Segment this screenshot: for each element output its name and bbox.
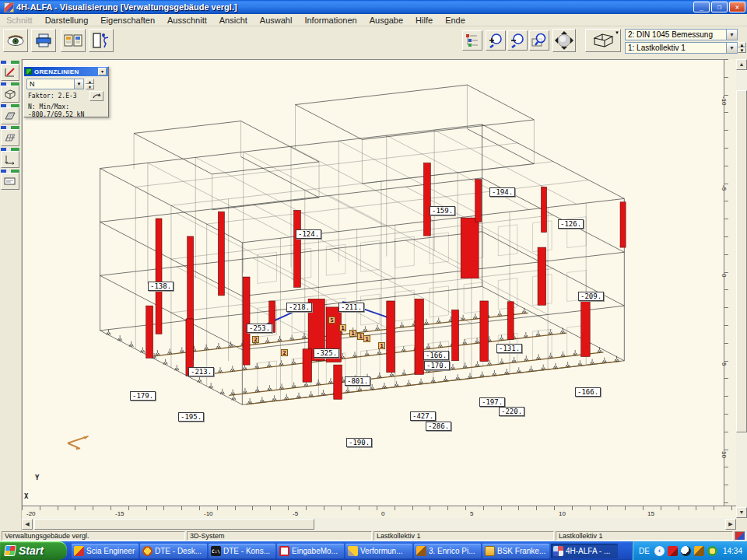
scroll-left-button[interactable]: ◀ — [22, 519, 33, 530]
panel-collapse-button[interactable]: ▾ — [98, 68, 107, 75]
task-label: 3. Enrico Pi... — [429, 547, 475, 555]
vertical-scrollbar[interactable]: ▲ ▼ — [736, 59, 747, 518]
scroll-right-button[interactable]: ▶ — [725, 519, 736, 530]
print-button[interactable] — [31, 29, 56, 52]
verform-icon — [348, 546, 358, 556]
menu-item-hilfe[interactable]: Hilfe — [409, 15, 439, 26]
force-value-label: -427. — [410, 411, 436, 421]
taskbar-task-eingabemo[interactable]: EingabeMo... — [277, 544, 344, 558]
tray-panda-icon[interactable] — [681, 546, 691, 556]
taskbar-task-4h-alfa[interactable]: 4H-ALFA - ... — [551, 544, 618, 558]
result-type-combo[interactable]: N ▼ — [26, 79, 84, 89]
help-manual-button[interactable] — [61, 29, 86, 52]
status-cell: 3D-System — [187, 531, 372, 541]
menu-item-ende[interactable]: Ende — [439, 15, 472, 26]
close-button[interactable]: ✕ — [729, 2, 745, 12]
zoom-in-button[interactable] — [486, 30, 506, 51]
panel-icon — [26, 68, 32, 75]
start-button[interactable]: Start — [0, 541, 67, 560]
language-indicator[interactable]: DE — [639, 547, 650, 555]
exit-button[interactable] — [89, 29, 114, 52]
force-value-label: -209. — [578, 292, 604, 301]
force-value-label: -197. — [479, 397, 505, 407]
tray-app-icon-red[interactable] — [668, 546, 678, 556]
start-label: Start — [19, 544, 44, 557]
edit-axes-button[interactable] — [1, 64, 19, 81]
result-type-spinner[interactable]: ▲▼ — [86, 79, 94, 89]
label-button[interactable] — [1, 173, 19, 190]
taskbar-task-dte-desk[interactable]: DTE - Desk... — [140, 544, 207, 558]
surface-view-button[interactable] — [1, 107, 19, 124]
tree-select-button[interactable] — [462, 30, 482, 51]
view-eye-button[interactable] — [3, 29, 28, 52]
windows-taskbar: Start Scia EngineerDTE - Desk...C:\DTE -… — [0, 541, 747, 560]
menu-item-auswahl[interactable]: Auswahl — [254, 15, 299, 26]
minmax-label: N: Min/Max: — [28, 103, 108, 110]
status-bar: Verwaltungsgebäude vergl.3D-SystemLastko… — [0, 530, 747, 541]
menu-item-darstellung[interactable]: Darstellung — [39, 15, 95, 26]
tray-collapse-icon[interactable]: ‹ — [654, 546, 665, 556]
model-canvas[interactable]: -194.-159.-126.-124.-138.-218.-211.-253.… — [22, 59, 724, 506]
taskbar-task-scia-engineer[interactable]: Scia Engineer — [72, 544, 139, 558]
ruler-tick: 15 — [647, 510, 654, 517]
ruler-tick: 0 — [381, 510, 384, 517]
ruler-tick: 10 — [721, 451, 728, 458]
force-diagram-bar — [620, 202, 626, 247]
3d-model-view — [23, 60, 724, 506]
force-value-label: -195. — [178, 412, 204, 422]
box-3d-icon — [591, 32, 615, 49]
grenzlinien-panel[interactable]: GRENZLINIEN ▾ N ▼ ▲▼ Faktor: 2.E-3 — [23, 66, 109, 117]
menu-item-ausschnitt[interactable]: Ausschnitt — [161, 15, 213, 26]
ruler-tick: -15 — [115, 510, 124, 517]
mesh-view-button[interactable] — [1, 129, 19, 146]
pan-arrows-icon — [554, 30, 574, 51]
solid-view-button[interactable] — [1, 86, 19, 103]
scroll-up-button[interactable]: ▲ — [736, 59, 747, 70]
pan-button[interactable] — [552, 29, 576, 52]
alfa-icon — [553, 546, 563, 556]
taskbar-task-3-enrico-pi[interactable]: 3. Enrico Pi... — [414, 544, 481, 558]
load-collective-combo[interactable]: 1: Lastkollektiv 1 ▼ — [625, 42, 738, 54]
app-icon — [4, 2, 14, 12]
windows-flag-icon — [4, 545, 16, 556]
refresh-factor-button[interactable] — [89, 91, 103, 101]
taskbar-task-bsk-franke[interactable]: BSK Franke... — [482, 544, 549, 558]
taskbar-task-verformun[interactable]: Verformun... — [345, 544, 412, 558]
panel-title: GRENZLINIEN — [34, 68, 98, 75]
force-value-label: -170. — [424, 361, 450, 370]
chevron-down-icon: ▼ — [726, 43, 737, 53]
axis-x-label: X — [24, 492, 28, 500]
status-cell: Lastkollektiv 1 — [374, 531, 554, 541]
force-value-label: -159. — [430, 206, 455, 215]
scroll-down-button[interactable]: ▼ — [736, 507, 747, 518]
title-bar[interactable]: 4H-ALFA - Visualisierung [Verwaltungsgeb… — [0, 0, 747, 14]
horizontal-scroll-thumb[interactable] — [34, 519, 314, 530]
minimize-button[interactable]: _ — [693, 2, 710, 12]
zoom-out-button[interactable] — [507, 30, 528, 51]
force-diagram-bar — [415, 299, 423, 374]
force-value-label: -131. — [496, 344, 522, 353]
view-3d-button[interactable]: ▼ — [585, 29, 621, 52]
panel-title-bar[interactable]: GRENZLINIEN ▾ — [24, 67, 108, 76]
force-diagram-bar — [507, 302, 514, 340]
dimension-button[interactable] — [1, 151, 19, 168]
horizontal-scrollbar[interactable]: ◀ ▶ — [22, 518, 736, 530]
load-collective-spinner[interactable]: ▲▼ — [738, 42, 746, 53]
force-value-label: -138. — [148, 282, 174, 291]
menu-item-ausgabe[interactable]: Ausgabe — [363, 15, 409, 26]
menu-item-eigenschaften[interactable]: Eigenschaften — [94, 15, 161, 26]
force-value-label: -166. — [575, 387, 601, 397]
scia-icon — [74, 546, 84, 556]
status-cell: Verwaltungsgebäude vergl. — [2, 531, 185, 541]
force-diagram-bar — [294, 210, 301, 287]
design-code-combo[interactable]: 2: DIN 1045 Bemessung ▼ — [625, 29, 738, 40]
eingabe-icon — [279, 546, 289, 556]
restore-button[interactable]: ❐ — [711, 2, 728, 12]
taskbar-task-dte-kons[interactable]: C:\DTE - Kons... — [209, 544, 275, 558]
zoom-window-button[interactable] — [529, 30, 549, 51]
tray-badge-icon[interactable] — [707, 546, 717, 556]
tray-brush-icon[interactable] — [694, 546, 704, 556]
menu-item-ansicht[interactable]: Ansicht — [213, 15, 254, 26]
vertical-scroll-thumb[interactable] — [736, 90, 747, 432]
menu-item-informationen[interactable]: Informationen — [298, 15, 363, 26]
